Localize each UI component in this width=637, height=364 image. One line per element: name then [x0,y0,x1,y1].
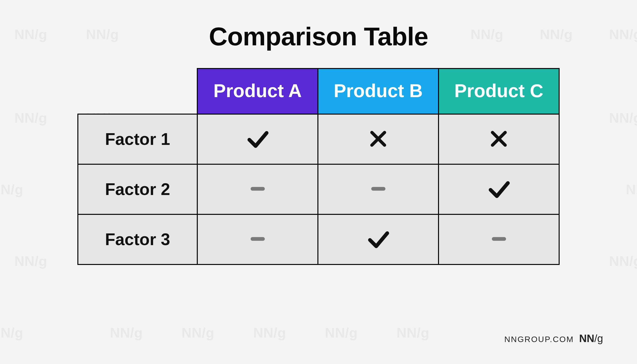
table-row: Factor 1 [78,114,559,164]
page-title: Comparison Table [209,22,428,51]
table-row: Factor 2 [78,164,559,214]
cell [197,214,318,264]
column-header: Product C [438,68,559,114]
cell [438,214,559,264]
cross-icon [367,128,390,150]
dash-icon [245,226,271,252]
cell [197,114,318,164]
column-header: Product B [318,68,438,114]
cell [318,214,438,264]
comparison-table: Product AProduct BProduct CFactor 1Facto… [77,68,560,265]
row-header: Factor 3 [78,214,197,264]
row-header: Factor 2 [78,164,197,214]
cell [318,114,438,164]
dash-icon [365,176,391,202]
footer-domain: NNGROUP.COM [504,335,574,344]
check-icon [486,176,512,202]
attribution: NNGROUP.COM NN/g [504,332,603,344]
cell [438,114,559,164]
column-header: Product A [197,68,318,114]
check-icon [245,126,271,152]
cell [318,164,438,214]
cross-icon [487,128,510,150]
check-icon [365,226,391,252]
dash-icon [486,226,512,252]
column-header-empty [78,68,197,114]
row-header: Factor 1 [78,114,197,164]
cell [438,164,559,214]
cell [197,164,318,214]
footer-logo: NN/g [579,332,603,344]
dash-icon [245,176,271,202]
table-row: Factor 3 [78,214,559,264]
